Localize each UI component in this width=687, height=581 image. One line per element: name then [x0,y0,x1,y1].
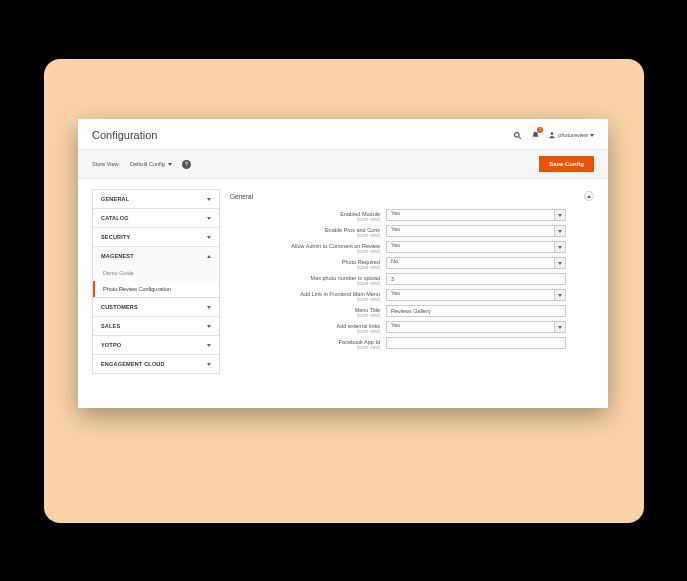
facebook-app-id-input[interactable] [386,337,566,349]
svg-point-2 [551,132,554,135]
config-main: General Enabled Module [store view] Yes [230,189,594,374]
header-actions: 2 photoreview [512,130,594,140]
allow-admin-comment-select[interactable]: Yes [386,241,555,253]
field-allow-admin-comment: Allow Admin to Comment on Review [store … [230,241,594,254]
chevron-down-icon [590,134,594,137]
admin-panel: Configuration 2 photoreview Store View [78,119,608,408]
sidebar-sub-demo-guide[interactable]: Demo Guide [92,265,220,281]
field-enabled-module: Enabled Module [store view] Yes [230,209,594,222]
account-username: photoreview [558,132,588,138]
field-menu-title: Menu Title [store view] [230,305,594,318]
sidebar-item-general[interactable]: GENERAL [92,189,220,208]
page-title: Configuration [92,129,157,141]
body: GENERAL CATALOG SECURITY MAGENEST Demo G… [78,179,608,388]
field-max-photo-number: Max photo number is upload [store view] [230,273,594,286]
field-enable-pros-cons: Enable Pros and Cons [store view] Yes [230,225,594,238]
chevron-up-icon [587,195,591,198]
photo-required-select[interactable]: No [386,257,555,269]
sidebar-item-engagement-cloud[interactable]: ENGAGEMENT CLOUD [92,354,220,374]
save-config-button[interactable]: Save Config [539,156,594,172]
sidebar-sub-photo-review-config[interactable]: Photo Review Configuration [92,281,220,297]
chevron-down-icon [207,306,211,309]
notifications-icon[interactable]: 2 [530,130,540,140]
sidebar-item-magenest[interactable]: MAGENEST [92,246,220,265]
config-sidebar: GENERAL CATALOG SECURITY MAGENEST Demo G… [92,189,220,374]
select-caret[interactable] [555,241,566,253]
add-external-links-select[interactable]: Yes [386,321,555,333]
max-photo-number-input[interactable] [386,273,566,285]
chevron-down-icon [207,363,211,366]
account-menu[interactable]: photoreview [548,131,594,139]
field-facebook-app-id: Facebook App Id [store view] [230,337,594,350]
chevron-down-icon [168,163,172,166]
chevron-down-icon [207,198,211,201]
collapse-icon[interactable] [584,191,594,201]
notification-badge: 2 [537,127,543,133]
enable-pros-cons-select[interactable]: Yes [386,225,555,237]
enabled-module-select[interactable]: Yes [386,209,555,221]
sidebar-item-yotpo[interactable]: YOTPO [92,335,220,354]
select-caret[interactable] [555,289,566,301]
sidebar-item-catalog[interactable]: CATALOG [92,208,220,227]
chevron-up-icon [207,255,211,258]
chevron-down-icon [207,236,211,239]
sidebar-item-customers[interactable]: CUSTOMERS [92,297,220,316]
select-caret[interactable] [555,225,566,237]
field-add-external-links: Add external links [store view] Yes [230,321,594,334]
svg-point-0 [514,132,519,137]
toolbar: Store View: Default Config ? Save Config [78,149,608,179]
sidebar-item-sales[interactable]: SALES [92,316,220,335]
section-title: General [230,193,253,200]
chevron-down-icon [207,217,211,220]
page-header: Configuration 2 photoreview [78,119,608,149]
menu-title-input[interactable] [386,305,566,317]
section-header[interactable]: General [230,189,594,209]
search-icon[interactable] [512,130,522,140]
select-caret[interactable] [555,257,566,269]
help-icon[interactable]: ? [182,160,191,169]
store-view-label: Store View: [92,161,120,167]
select-caret[interactable] [555,209,566,221]
form: Enabled Module [store view] Yes Enable P… [230,209,594,350]
add-link-main-menu-select[interactable]: Yes [386,289,555,301]
chevron-down-icon [207,325,211,328]
field-add-link-main-menu: Add Link in Frontend Main Menu [store vi… [230,289,594,302]
field-photo-required: Photo Required [store view] No [230,257,594,270]
select-caret[interactable] [555,321,566,333]
chevron-down-icon [207,344,211,347]
sidebar-item-security[interactable]: SECURITY [92,227,220,246]
svg-line-1 [518,136,520,138]
store-view-dropdown[interactable]: Default Config [126,159,176,169]
store-view-value: Default Config [130,161,165,167]
